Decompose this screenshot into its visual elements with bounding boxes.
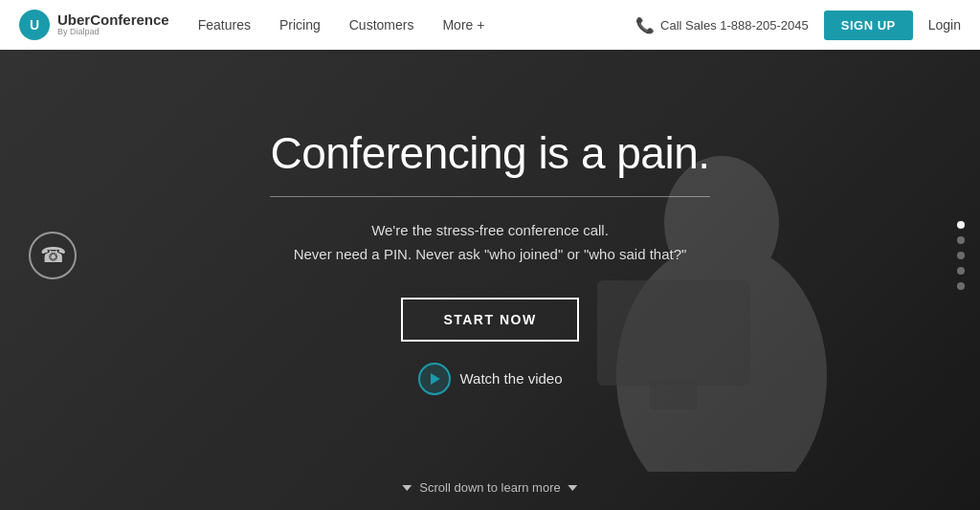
scroll-down[interactable]: Scroll down to learn more	[402, 480, 577, 495]
slide-dot-2[interactable]	[957, 236, 965, 244]
logo-icon: U	[19, 10, 50, 40]
watch-video-label: Watch the video	[460, 370, 563, 387]
phone-icon: 📞	[635, 16, 655, 34]
arrow-down-icon-left	[402, 485, 412, 491]
hero-content: Conferencing is a pain. We're the stress…	[0, 0, 980, 510]
slide-dots	[957, 221, 965, 290]
slide-dot-1[interactable]	[957, 221, 965, 229]
signup-button[interactable]: SIGN UP	[824, 11, 913, 40]
nav-pricing[interactable]: Pricing	[279, 17, 321, 33]
nav-features[interactable]: Features	[198, 17, 251, 33]
nav-right: 📞 Call Sales 1-888-205-2045 SIGN UP Logi…	[635, 11, 961, 40]
hero-divider	[270, 196, 710, 197]
play-button-circle	[418, 363, 451, 395]
slide-dot-5[interactable]	[957, 282, 965, 290]
slide-dot-4[interactable]	[957, 267, 965, 275]
nav-customers[interactable]: Customers	[349, 17, 414, 33]
arrow-down-icon-right	[568, 485, 578, 491]
watch-video-button[interactable]: Watch the video	[418, 363, 563, 395]
hero-section: U UberConference By Dialpad Features Pri…	[0, 0, 980, 510]
slide-dot-3[interactable]	[957, 252, 965, 259]
logo-area[interactable]: U UberConference By Dialpad	[19, 10, 169, 40]
play-triangle-icon	[431, 373, 440, 385]
brand-sub: By Dialpad	[57, 28, 169, 37]
hero-subtitle: We're the stress-free conference call. N…	[294, 218, 687, 267]
hero-title: Conferencing is a pain.	[270, 127, 709, 179]
start-now-button[interactable]: START NOW	[401, 298, 578, 342]
call-sales-text: Call Sales 1-888-205-2045	[660, 18, 809, 33]
navbar: U UberConference By Dialpad Features Pri…	[0, 0, 980, 50]
brand-name: UberConference	[57, 12, 169, 29]
nav-more[interactable]: More +	[442, 17, 484, 33]
scroll-label: Scroll down to learn more	[419, 480, 560, 495]
subtitle-line2: Never need a PIN. Never ask "who joined"…	[294, 246, 687, 262]
call-sales: 📞 Call Sales 1-888-205-2045	[635, 16, 809, 34]
login-link[interactable]: Login	[928, 17, 961, 33]
subtitle-line1: We're the stress-free conference call.	[371, 222, 609, 238]
nav-links: Features Pricing Customers More +	[198, 17, 635, 33]
